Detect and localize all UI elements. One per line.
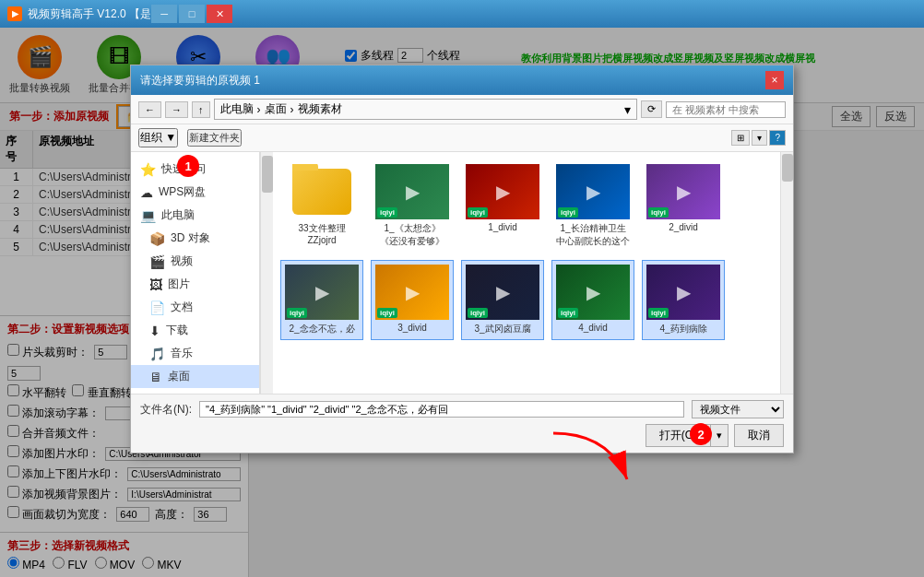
iqiyi-badge: iqiyi <box>648 308 669 318</box>
list-item[interactable]: ▶ iqiyi 3_divid <box>371 260 454 340</box>
nav-item-documents[interactable]: 📄 文档 <box>131 296 259 319</box>
dialog-bottom: 文件名(N): 视频文件 打开(O) ▾ 取消 <box>131 394 793 453</box>
file-thumbnail <box>285 164 359 219</box>
nav-up-button[interactable]: ↑ <box>192 101 210 118</box>
nav-item-downloads[interactable]: ⬇ 下载 <box>131 319 259 342</box>
nav-item-label: 此电脑 <box>161 207 195 223</box>
desktop-icon: 🖥 <box>149 370 162 384</box>
pc-icon: 💻 <box>140 208 156 223</box>
open-button[interactable]: 打开(O) <box>646 425 711 446</box>
app-icon: ▶ <box>7 6 22 21</box>
title-text: 视频剪辑高手 V12.0 【是 <box>28 6 151 22</box>
minimize-button[interactable]: ─ <box>151 5 177 23</box>
file-thumbnail: ▶ iqiyi <box>646 265 720 320</box>
organize-label: 组织 ▼ <box>140 130 176 146</box>
file-toolbar: 组织 ▼ 新建文件夹 ⊞ ▾ ? <box>131 124 793 152</box>
file-thumbnail: ▶ iqiyi <box>466 164 539 219</box>
search-input[interactable] <box>666 101 786 118</box>
file-thumbnail: ▶ iqiyi <box>466 265 539 320</box>
nav-item-music[interactable]: 🎵 音乐 <box>131 342 259 365</box>
nav-item-pictures[interactable]: 🖼 图片 <box>131 273 259 296</box>
nav-item-label: 下载 <box>166 323 188 338</box>
iqiyi-badge: iqiyi <box>468 308 488 318</box>
file-thumbnail: ▶ iqiyi <box>285 265 359 320</box>
view-buttons: ⊞ ▾ ? <box>731 130 786 146</box>
dialog-title-bar: 请选择要剪辑的原视频 1 × <box>131 65 793 95</box>
folder-nav: ⭐ 快速访问 ☁ WPS网盘 💻 此电脑 📦 3D 对象 <box>131 152 260 394</box>
file-browser: ⭐ 快速访问 ☁ WPS网盘 💻 此电脑 📦 3D 对象 <box>131 152 793 394</box>
dialog-overlay: 请选择要剪辑的原视频 1 × ← → ↑ 此电脑 › 桌面 › 视频素材 ▾ ⟳ <box>0 28 924 577</box>
filename-input[interactable] <box>199 401 684 418</box>
iqiyi-badge: iqiyi <box>558 207 578 218</box>
nav-dropdown-button[interactable]: ▾ <box>624 102 631 117</box>
file-name: 1_长治精神卫生中心副院长的这个内容太有意思了，分享给你... <box>556 222 630 248</box>
nav-forward-button[interactable]: → <box>165 101 188 118</box>
list-item[interactable]: ▶ iqiyi 2_念念不忘，必 <box>280 260 363 340</box>
file-name: 1_divid <box>488 222 517 232</box>
nav-item-wps[interactable]: ☁ WPS网盘 <box>131 181 259 204</box>
file-name: 2_divid <box>669 222 698 232</box>
nav-item-label: 图片 <box>168 277 190 292</box>
nav-path-sep2: › <box>290 103 294 116</box>
list-item[interactable]: 33文件整理ZZjojrd <box>280 159 363 253</box>
iqiyi-badge: iqiyi <box>558 308 578 318</box>
nav-item-label: 文档 <box>171 300 193 315</box>
left-nav-scrollbar[interactable] <box>260 152 273 394</box>
file-thumbnail: ▶ iqiyi <box>556 164 630 219</box>
list-item[interactable]: ▶ iqiyi 3_武冈卤豆腐 <box>461 260 544 340</box>
dialog-close-button[interactable]: × <box>765 71 784 89</box>
list-item[interactable]: ▶ iqiyi 1_divid <box>461 159 544 253</box>
new-folder-button[interactable]: 新建文件夹 <box>187 129 242 147</box>
wps-icon: ☁ <box>140 185 153 200</box>
file-name: 3_武冈卤豆腐 <box>474 323 530 336</box>
annotation-1: 1 <box>177 155 199 177</box>
nav-item-3d[interactable]: 📦 3D 对象 <box>131 227 259 250</box>
video-thumbnail: ▶ iqiyi <box>646 265 720 320</box>
video-thumbnail: ▶ iqiyi <box>375 265 449 320</box>
file-thumbnail: ▶ iqiyi <box>646 164 720 219</box>
file-name: 4_divid <box>578 323 608 333</box>
organize-button[interactable]: 组织 ▼ <box>138 128 178 147</box>
action-row: 打开(O) ▾ 取消 <box>140 424 784 447</box>
nav-path-bar[interactable]: 此电脑 › 桌面 › 视频素材 ▾ <box>214 99 638 120</box>
iqiyi-badge: iqiyi <box>377 207 397 218</box>
list-item[interactable]: ▶ iqiyi 1_长治精神卫生中心副院长的这个内容太有意思了，分享给你... <box>551 159 634 253</box>
view-dropdown[interactable]: ▾ <box>752 130 767 146</box>
close-button[interactable]: ✕ <box>207 5 232 23</box>
maximize-button[interactable]: □ <box>179 5 205 23</box>
iqiyi-badge: iqiyi <box>648 207 669 218</box>
list-item[interactable]: ▶ iqiyi 1_《太想念》《还没有爱够》《如果爱还在》《听闻远方有你》 <box>371 159 454 253</box>
list-item[interactable]: ▶ iqiyi 4_药到病除 <box>642 260 725 340</box>
nav-path-desktop: 桌面 <box>265 101 287 117</box>
file-grid-scrollbar[interactable] <box>780 152 793 394</box>
title-bar: ▶ 视频剪辑高手 V12.0 【是 ─ □ ✕ <box>0 0 924 28</box>
quick-access-icon: ⭐ <box>140 162 156 177</box>
nav-bar: ← → ↑ 此电脑 › 桌面 › 视频素材 ▾ ⟳ <box>131 95 793 124</box>
nav-back-button[interactable]: ← <box>138 101 161 118</box>
nav-item-video[interactable]: 🎬 视频 <box>131 250 259 273</box>
file-thumbnail: ▶ iqiyi <box>375 265 449 320</box>
window-controls: ─ □ ✕ <box>151 5 232 23</box>
nav-item-label: 音乐 <box>171 346 193 361</box>
nav-path-folder: 视频素材 <box>298 101 342 117</box>
video-thumbnail: ▶ iqiyi <box>556 164 630 219</box>
nav-item-label: WPS网盘 <box>159 184 206 200</box>
file-thumbnail: ▶ iqiyi <box>375 164 449 219</box>
list-item[interactable]: ▶ iqiyi 4_divid <box>551 260 634 340</box>
nav-item-label: 桌面 <box>168 369 190 384</box>
nav-item-label: 3D 对象 <box>171 230 210 246</box>
help-button[interactable]: ? <box>769 130 786 146</box>
video-thumbnail: ▶ iqiyi <box>556 265 630 320</box>
cancel-button[interactable]: 取消 <box>734 424 784 447</box>
nav-item-desktop[interactable]: 🖥 桌面 <box>131 365 259 388</box>
iqiyi-badge: iqiyi <box>468 207 488 218</box>
open-dropdown-button[interactable]: ▾ <box>711 425 728 446</box>
view-large-icon[interactable]: ⊞ <box>731 130 750 146</box>
video-thumbnail: ▶ iqiyi <box>466 265 539 320</box>
list-item[interactable]: ▶ iqiyi 2_divid <box>642 159 725 253</box>
nav-item-this-pc[interactable]: 💻 此电脑 <box>131 204 259 227</box>
filetype-select[interactable]: 视频文件 <box>692 400 784 418</box>
folder-icon <box>292 169 351 215</box>
file-thumbnail: ▶ iqiyi <box>556 265 630 320</box>
nav-refresh-button[interactable]: ⟳ <box>641 100 662 118</box>
